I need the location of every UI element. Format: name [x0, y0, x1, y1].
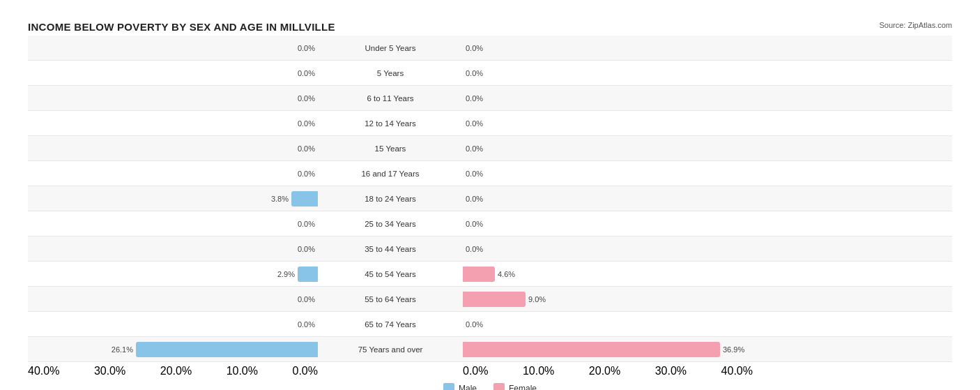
left-bar-container: 0.0% — [28, 166, 321, 181]
male-color-box — [443, 383, 454, 390]
female-value: 0.0% — [463, 320, 488, 329]
chart-source: Source: ZipAtlas.com — [879, 21, 952, 29]
male-value: 0.0% — [293, 220, 318, 228]
axis-row: 40.0% 30.0% 20.0% 10.0% 0.0% 0.0% 10.0% … — [28, 365, 952, 377]
female-value: 0.0% — [463, 44, 488, 52]
female-value: 0.0% — [463, 245, 488, 253]
legend-female: Female — [493, 383, 537, 390]
right-bar-container: 0.0% — [460, 241, 753, 257]
male-value: 0.0% — [293, 245, 318, 253]
left-bar-container: 0.0% — [28, 141, 321, 156]
legend-male: Male — [443, 383, 477, 390]
right-bar-container: 0.0% — [460, 40, 753, 56]
age-label: 16 and 17 Years — [321, 170, 460, 178]
left-bar-container: 0.0% — [28, 91, 321, 106]
left-bar-container: 0.0% — [28, 116, 321, 131]
female-value: 9.0% — [526, 295, 551, 303]
right-bar-container: 36.9% — [460, 342, 753, 357]
female-bar — [463, 292, 526, 307]
male-value: 2.9% — [273, 270, 298, 278]
male-label: Male — [459, 384, 477, 390]
female-color-box — [493, 383, 505, 390]
female-value: 0.0% — [463, 220, 488, 228]
male-value: 0.0% — [293, 44, 318, 52]
left-bar-container: 0.0% — [28, 241, 321, 257]
female-value: 36.9% — [720, 345, 745, 354]
left-bar-container: 3.8% — [28, 191, 321, 207]
male-bar — [291, 191, 318, 207]
chart-row: 0.0% 16 and 17 Years 0.0% — [28, 161, 952, 186]
female-value: 0.0% — [463, 69, 488, 77]
left-bar-container: 0.0% — [28, 216, 321, 232]
female-value: 0.0% — [463, 144, 488, 153]
age-label: 75 Years and over — [321, 345, 460, 354]
chart-row: 0.0% 5 Years 0.0% — [28, 61, 952, 86]
axis-left: 40.0% 30.0% 20.0% 10.0% 0.0% — [28, 365, 321, 377]
chart-row: 2.9% 45 to 54 Years 4.6% — [28, 262, 952, 287]
right-bar-container: 4.6% — [460, 267, 753, 282]
chart-row: 0.0% 6 to 11 Years 0.0% — [28, 86, 952, 111]
age-label: 45 to 54 Years — [321, 270, 460, 278]
female-bar — [463, 267, 495, 282]
left-bar-container: 2.9% — [28, 267, 321, 282]
chart-row: 0.0% 15 Years 0.0% — [28, 136, 952, 161]
chart-row: 3.8% 18 to 24 Years 0.0% — [28, 186, 952, 211]
age-label: 65 to 74 Years — [321, 320, 460, 329]
female-value: 0.0% — [463, 94, 488, 103]
female-value: 0.0% — [463, 119, 488, 128]
male-value: 0.0% — [293, 144, 318, 153]
male-value: 0.0% — [293, 320, 318, 329]
male-bar — [298, 267, 318, 282]
age-label: 5 Years — [321, 69, 460, 77]
female-label: Female — [509, 384, 537, 390]
age-label: 35 to 44 Years — [321, 245, 460, 253]
right-bar-container: 0.0% — [460, 216, 753, 232]
female-value: 0.0% — [463, 170, 488, 178]
right-bar-container: 0.0% — [460, 91, 753, 106]
chart-row: 0.0% 65 to 74 Years 0.0% — [28, 312, 952, 337]
chart-row: 0.0% 55 to 64 Years 9.0% — [28, 287, 952, 312]
chart-row: 0.0% 25 to 34 Years 0.0% — [28, 211, 952, 237]
left-bar-container: 0.0% — [28, 40, 321, 56]
chart-title: INCOME BELOW POVERTY BY SEX AND AGE IN M… — [28, 21, 335, 33]
male-value: 0.0% — [293, 119, 318, 128]
left-bar-container: 0.0% — [28, 66, 321, 81]
axis-right: 0.0% 10.0% 20.0% 30.0% 40.0% — [460, 365, 753, 377]
male-value: 26.1% — [111, 345, 136, 354]
male-value: 0.0% — [293, 170, 318, 178]
chart-container: INCOME BELOW POVERTY BY SEX AND AGE IN M… — [14, 14, 966, 390]
chart-row: 0.0% 35 to 44 Years 0.0% — [28, 237, 952, 262]
right-bar-container: 0.0% — [460, 141, 753, 156]
age-label: 25 to 34 Years — [321, 220, 460, 228]
right-bar-container: 0.0% — [460, 66, 753, 81]
left-bar-container: 26.1% — [28, 342, 321, 357]
female-value: 0.0% — [463, 195, 488, 203]
legend: Male Female — [28, 383, 952, 390]
male-value: 0.0% — [293, 69, 318, 77]
right-bar-container: 9.0% — [460, 292, 753, 307]
age-label: 55 to 64 Years — [321, 295, 460, 303]
chart-area: 0.0% Under 5 Years 0.0% 0.0% 5 Years 0.0… — [28, 36, 952, 362]
chart-row: 0.0% Under 5 Years 0.0% — [28, 36, 952, 61]
age-label: 18 to 24 Years — [321, 195, 460, 203]
female-bar — [463, 342, 720, 357]
left-bar-container: 0.0% — [28, 292, 321, 307]
male-value: 3.8% — [266, 195, 291, 203]
female-value: 4.6% — [495, 270, 520, 278]
age-label: Under 5 Years — [321, 44, 460, 52]
age-label: 15 Years — [321, 144, 460, 153]
chart-row: 26.1% 75 Years and over 36.9% — [28, 337, 952, 362]
male-value: 0.0% — [293, 94, 318, 103]
right-bar-container: 0.0% — [460, 191, 753, 207]
age-label: 6 to 11 Years — [321, 94, 460, 103]
right-bar-container: 0.0% — [460, 166, 753, 181]
right-bar-container: 0.0% — [460, 317, 753, 332]
right-bar-container: 0.0% — [460, 116, 753, 131]
chart-row: 0.0% 12 to 14 Years 0.0% — [28, 111, 952, 136]
age-label: 12 to 14 Years — [321, 119, 460, 128]
left-bar-container: 0.0% — [28, 317, 321, 332]
male-value: 0.0% — [293, 295, 318, 303]
male-bar — [136, 342, 318, 357]
